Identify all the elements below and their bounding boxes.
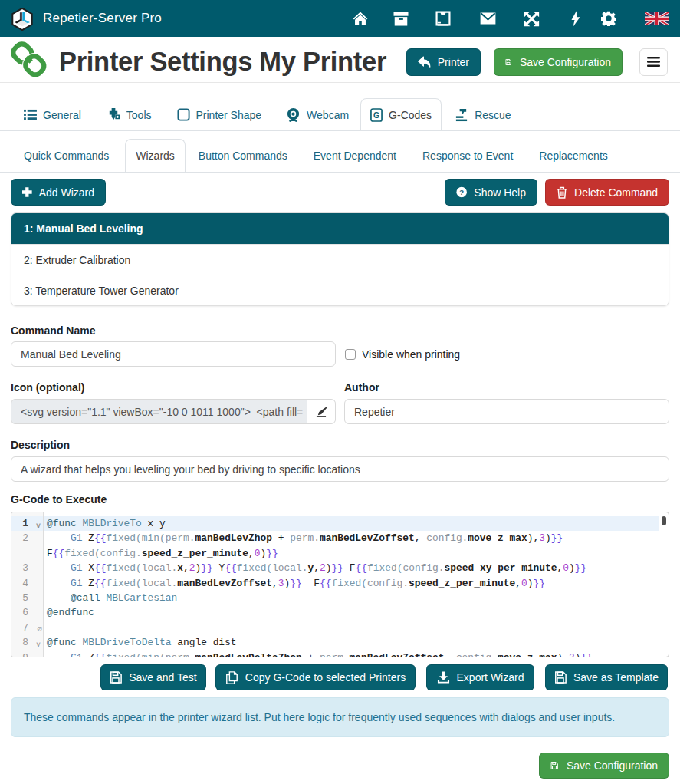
svg-text:G: G [373,111,379,120]
svg-text:?: ? [459,188,464,196]
